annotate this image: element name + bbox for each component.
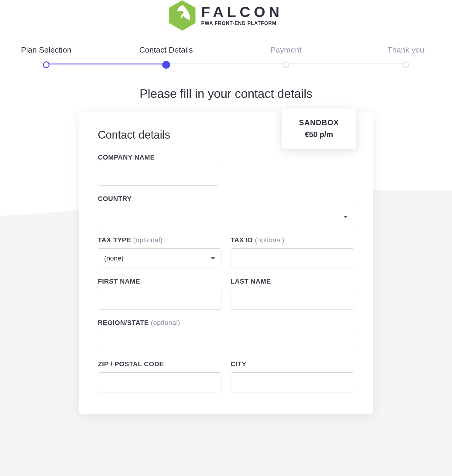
city-label: CITY — [231, 360, 354, 368]
tax-type-select-value: (none) — [104, 254, 124, 262]
step-dot-icon — [402, 61, 409, 68]
falcon-logo-icon — [169, 0, 196, 31]
chevron-down-icon — [344, 216, 348, 218]
checkout-stepper: Plan Selection Contact Details Payment T… — [17, 45, 435, 69]
plan-name: SANDBOX — [299, 118, 339, 127]
step-dot-icon — [43, 61, 50, 68]
step-label: Contact Details — [139, 45, 193, 55]
plan-badge: SANDBOX €50 p/m — [282, 109, 356, 149]
step-thank-you: Thank you — [377, 45, 435, 69]
tax-id-input[interactable] — [231, 248, 354, 268]
tax-id-label: TAX ID (optional) — [231, 236, 354, 244]
region-state-label: REGION/STATE (optional) — [98, 319, 354, 327]
logo: FALCON PWA FRONT-END PLATFORM — [17, 0, 435, 38]
contact-details-card: Contact details COMPANY NAME COUNTRY — [79, 112, 373, 414]
step-dot-icon — [162, 61, 170, 69]
first-name-label: FIRST NAME — [98, 278, 221, 285]
step-payment: Payment — [257, 45, 315, 69]
logo-brand-text: FALCON — [201, 5, 283, 19]
logo-tagline-text: PWA FRONT-END PLATFORM — [201, 21, 283, 26]
chevron-down-icon — [211, 257, 215, 260]
step-label: Thank you — [387, 45, 424, 55]
step-label: Plan Selection — [21, 45, 71, 55]
company-name-label: COMPANY NAME — [98, 153, 219, 161]
step-contact-details[interactable]: Contact Details — [137, 45, 195, 69]
page-title: Please fill in your contact details — [17, 87, 435, 101]
tax-type-select[interactable]: (none) — [98, 248, 221, 268]
city-input[interactable] — [231, 372, 354, 392]
last-name-input[interactable] — [231, 290, 354, 310]
last-name-label: LAST NAME — [231, 278, 354, 285]
zip-input[interactable] — [98, 372, 221, 392]
zip-label: ZIP / POSTAL CODE — [98, 360, 221, 368]
first-name-input[interactable] — [98, 290, 221, 310]
step-plan-selection[interactable]: Plan Selection — [17, 45, 75, 69]
plan-price: €50 p/m — [299, 130, 339, 139]
country-select[interactable] — [98, 207, 354, 227]
step-dot-icon — [282, 61, 289, 68]
tax-type-label: TAX TYPE (optional) — [98, 236, 221, 244]
step-label: Payment — [270, 45, 302, 55]
company-name-input[interactable] — [98, 166, 219, 186]
country-label: COUNTRY — [98, 195, 354, 203]
region-state-input[interactable] — [98, 331, 354, 351]
